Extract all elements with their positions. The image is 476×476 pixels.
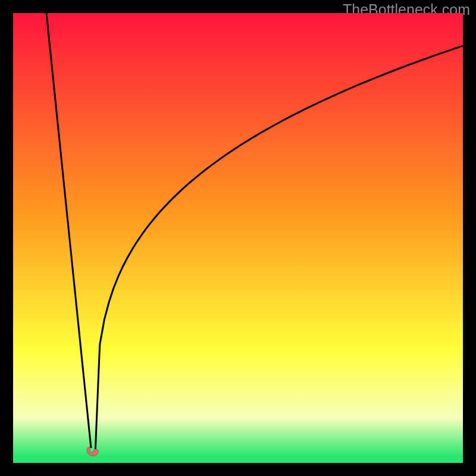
chart-frame — [13, 13, 463, 463]
gradient-background — [13, 13, 463, 463]
bottleneck-chart — [13, 13, 463, 463]
